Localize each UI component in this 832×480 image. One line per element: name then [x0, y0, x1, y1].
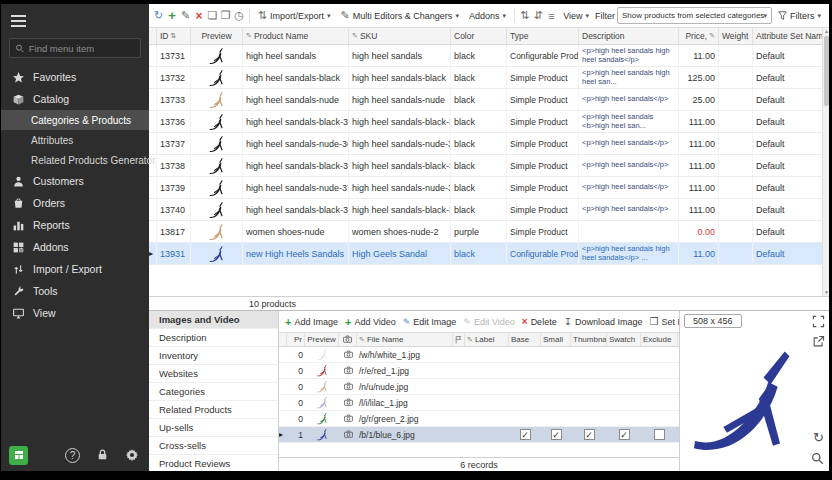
set-resize-rule-menu[interactable]: ❐Set Resize Rule▾	[650, 316, 679, 327]
column-header-label[interactable]: ✎Label	[465, 333, 509, 346]
table-row[interactable]: 13740 high heel sandals-black-38 high he…	[149, 199, 822, 221]
copy-button[interactable]: ❏	[207, 7, 218, 24]
sidebar-item-related-products-generator[interactable]: Related Products Generator	[1, 150, 149, 170]
sidebar-item-addons[interactable]: Addons	[1, 236, 149, 258]
column-header-sku[interactable]: ✎SKU	[349, 28, 451, 44]
base-checkbox[interactable]: ✓	[520, 429, 531, 440]
sidebar-item-customers[interactable]: Customers	[1, 170, 149, 192]
column-header-attribute-set[interactable]: Attribute Set Name	[753, 28, 822, 44]
column-header-flag[interactable]	[453, 333, 465, 346]
group-button[interactable]: ≡	[546, 7, 557, 24]
tab-description[interactable]: Description	[149, 329, 278, 347]
column-header-base[interactable]: Base	[509, 333, 541, 346]
zoom-icon[interactable]	[811, 452, 824, 465]
table-row[interactable]: 13731 high heel sandals high heel sandal…	[149, 45, 822, 67]
addons-menu[interactable]: Addons ▾	[465, 9, 510, 23]
table-row[interactable]: 13739 high heel sandals-nude-37 high hee…	[149, 177, 822, 199]
column-header-thumbnail[interactable]: Thumbna	[571, 333, 607, 346]
table-row-selected[interactable]: ▸ 13931 new High Heels Sandals High Geel…	[149, 243, 822, 265]
menu-icon[interactable]	[1, 4, 149, 36]
table-row[interactable]: 13737 high heel sandals-nude-36 high hee…	[149, 133, 822, 155]
delete-image-button[interactable]: ×Delete	[522, 316, 557, 327]
sidebar-item-orders[interactable]: Orders	[1, 192, 149, 214]
column-header-camera[interactable]	[339, 333, 357, 346]
table-row[interactable]: 13817 women shoes-nude women shoes-nude-…	[149, 221, 822, 243]
column-header-preview[interactable]: Preview	[305, 333, 339, 346]
column-header-file-name[interactable]: ✎File Name	[357, 333, 453, 346]
table-row[interactable]: 13732 high heel sandals-black high heel …	[149, 67, 822, 89]
table-row[interactable]: 13733 high heel sandals-nude high heel s…	[149, 89, 822, 111]
add-image-button[interactable]: +Add Image	[285, 316, 338, 328]
sort-ascending-button[interactable]: ⇅	[519, 7, 530, 24]
column-header-color[interactable]: Color	[451, 28, 507, 44]
sidebar-item-attributes[interactable]: Attributes	[1, 130, 149, 150]
import-export-menu[interactable]: ⇅ Import/Export ▾	[254, 5, 335, 26]
rotate-icon[interactable]: ↻	[813, 430, 824, 445]
scroll-up-icon[interactable]: ▲	[823, 28, 829, 35]
help-icon[interactable]: ?	[65, 448, 80, 463]
table-row[interactable]: 13738 high heel sandals-black-37 high he…	[149, 155, 822, 177]
paste-button[interactable]: ❐	[220, 7, 231, 24]
tab-up-sells[interactable]: Up-sells	[149, 419, 278, 437]
image-row[interactable]: 0 /l/i/lilac_1.jpg	[279, 395, 679, 411]
sidebar-item-tools[interactable]: Tools	[1, 280, 149, 302]
sort-descending-button[interactable]: ⇵	[532, 7, 543, 24]
history-button[interactable]: ◷	[233, 7, 244, 24]
small-checkbox[interactable]: ✓	[551, 429, 562, 440]
refresh-button[interactable]: ↻	[153, 7, 164, 24]
store-icon[interactable]	[9, 446, 28, 465]
column-header-product-name[interactable]: ✎Product Name	[243, 28, 349, 44]
scrollbar-thumb[interactable]	[824, 36, 829, 106]
multi-editors-menu[interactable]: ✎ Multi Editors & Changers ▾	[337, 5, 463, 26]
column-header-preview[interactable]: Preview	[191, 28, 243, 44]
tab-inventory[interactable]: Inventory	[149, 347, 278, 365]
swatch-checkbox[interactable]: ✓	[619, 429, 630, 440]
add-video-button[interactable]: +Add Video	[345, 316, 396, 328]
edit-video-button[interactable]: ✎Edit Video	[463, 317, 514, 327]
column-header-description[interactable]: Description	[579, 28, 679, 44]
tab-categories[interactable]: Categories	[149, 383, 278, 401]
download-image-button[interactable]: ↧Download Image	[564, 316, 643, 327]
tab-product-reviews[interactable]: Product Reviews	[149, 455, 278, 471]
sidebar-item-favorites[interactable]: Favorites	[1, 66, 149, 88]
column-header-weight[interactable]: Weight	[719, 28, 753, 44]
image-row[interactable]: 0 /g/r/green_2.jpg	[279, 411, 679, 427]
image-row[interactable]: 0 /r/e/red_1.jpg	[279, 363, 679, 379]
column-header-priority[interactable]: Pr	[287, 333, 305, 346]
view-menu[interactable]: View ▾	[559, 9, 593, 23]
sidebar-item-categories-products[interactable]: Categories & Products	[1, 110, 149, 130]
column-header-price[interactable]: Price,✎	[679, 28, 719, 44]
column-header-exclude[interactable]: Exclude	[641, 333, 678, 346]
search-input[interactable]	[29, 43, 135, 54]
delete-product-button[interactable]: ×	[193, 7, 204, 24]
open-external-icon[interactable]	[812, 335, 825, 348]
tab-websites[interactable]: Websites	[149, 365, 278, 383]
exclude-checkbox[interactable]	[654, 429, 665, 440]
category-filter-select[interactable]: Show products from selected categories ▾	[617, 7, 772, 24]
thumbnail-checkbox[interactable]: ✓	[584, 429, 595, 440]
scroll-down-icon[interactable]: ▼	[823, 289, 829, 296]
sidebar-item-import-export[interactable]: Import / Export	[1, 258, 149, 280]
column-header-small[interactable]: Small	[541, 333, 571, 346]
image-row[interactable]: 0 /n/u/nude.jpg	[279, 379, 679, 395]
add-product-button[interactable]: +	[166, 7, 177, 24]
column-header-swatch[interactable]: Swatch	[607, 333, 641, 346]
sidebar-item-reports[interactable]: Reports	[1, 214, 149, 236]
column-header-id[interactable]: ID⇅	[157, 28, 191, 44]
sidebar-item-catalog[interactable]: Catalog	[1, 88, 149, 110]
column-header-type[interactable]: Type	[507, 28, 579, 44]
edit-product-button[interactable]: ✎	[180, 7, 191, 24]
vertical-scrollbar[interactable]: ▲ ▼	[822, 28, 829, 296]
image-row-selected[interactable]: ▸ 1 /b/1/blue_6.jpg ✓ ✓ ✓ ✓	[279, 427, 679, 443]
tab-cross-sells[interactable]: Cross-sells	[149, 437, 278, 455]
edit-image-button[interactable]: ✎Edit Image	[403, 317, 457, 327]
tab-images-and-video[interactable]: Images and Video	[149, 311, 278, 329]
table-row[interactable]: 13736 high heel sandals-black-36 high he…	[149, 111, 822, 133]
tab-related-products[interactable]: Related Products	[149, 401, 278, 419]
filters-menu[interactable]: Filters ▾	[774, 9, 825, 23]
image-row[interactable]: 0 /w/h/white_1.jpg	[279, 347, 679, 363]
sidebar-item-view[interactable]: View	[1, 302, 149, 324]
fullscreen-icon[interactable]	[812, 315, 825, 328]
lock-icon[interactable]	[96, 448, 109, 462]
gear-icon[interactable]	[125, 448, 139, 462]
